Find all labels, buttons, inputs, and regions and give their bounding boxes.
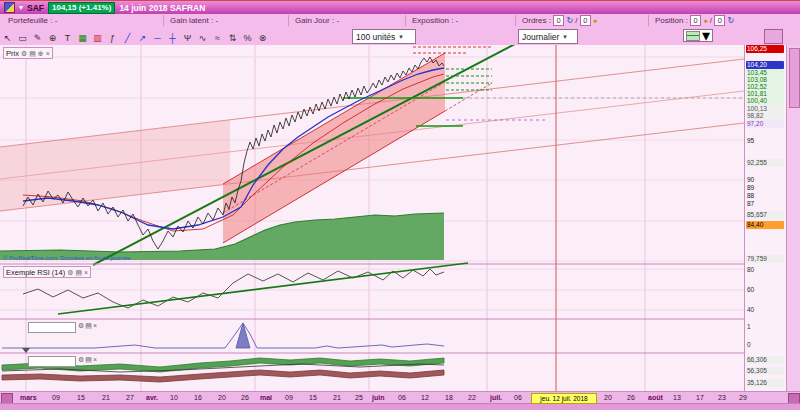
time-axis-label: août — [648, 394, 663, 401]
eraser-tool-icon[interactable]: ▭ — [15, 31, 30, 45]
grid-tool-icon[interactable]: ▦ — [75, 31, 90, 45]
candlestick-tool-icon[interactable]: ▥ — [90, 31, 105, 45]
add-icon[interactable]: ⊕ — [38, 49, 44, 58]
time-axis-label: 06 — [398, 394, 406, 401]
axis-label: 0 — [746, 341, 784, 349]
portfolio-value: - — [55, 16, 58, 25]
percent-tool-icon[interactable]: % — [240, 31, 255, 45]
gain-latent-group: Gain latent : - — [170, 15, 218, 26]
text-tool-icon[interactable]: T — [60, 31, 75, 45]
axis-label: 79,759 — [746, 255, 784, 263]
time-axis-label: 21 — [333, 394, 341, 401]
axis-label: 88 — [746, 192, 784, 200]
watermark: © ProRealTime.com. Données en fin de jou… — [3, 255, 131, 261]
axis-label: 104,20 — [746, 61, 784, 69]
axis-label: 40 — [746, 306, 784, 314]
indicator3-input[interactable] — [28, 322, 76, 333]
vertical-scrollbar[interactable] — [786, 45, 800, 391]
chart-icon[interactable]: ▤ — [85, 356, 93, 363]
time-axis-label: 26 — [241, 394, 249, 401]
axis-label: 60 — [746, 286, 784, 294]
indicator-tool-icon[interactable]: ƒ — [105, 31, 120, 45]
axis-label: 80 — [746, 266, 784, 274]
marker-down-icon — [22, 348, 30, 353]
slash: / — [575, 16, 577, 25]
close-icon[interactable]: × — [93, 322, 98, 329]
axis-label: 56,305 — [746, 367, 784, 375]
wrench-icon[interactable]: ⚙ — [21, 49, 27, 58]
timeframe-select-value: Journalier — [522, 31, 559, 43]
hline-tool-icon[interactable]: ─ — [150, 31, 165, 45]
zoom-tool-icon[interactable]: ⊕ — [45, 31, 60, 45]
time-axis-label: 21 — [102, 394, 110, 401]
time-axis-label: 22 — [468, 394, 476, 401]
close-icon[interactable]: × — [46, 49, 50, 58]
time-axis-label: 29 — [739, 394, 747, 401]
units-select[interactable]: 100 unités ▾ — [352, 29, 416, 44]
cursor-tool-icon[interactable]: ↖ — [0, 31, 15, 45]
axis-label: 106,25 — [746, 45, 784, 53]
refresh-icon[interactable]: ↻ — [566, 16, 573, 25]
app-icon — [4, 2, 15, 13]
axis-label: 89 — [746, 184, 784, 192]
close-icon[interactable]: × — [93, 356, 98, 363]
time-axis-label: mars — [20, 394, 37, 401]
rsi-panel-title: Exemple RSI (14) — [6, 268, 65, 277]
chevron-down-icon: ▾ — [399, 31, 403, 43]
delete-tool-icon[interactable]: ⊗ — [255, 31, 270, 45]
coin-icon: ● — [593, 17, 597, 24]
layout-button[interactable] — [764, 29, 783, 44]
axis-label: 95 — [746, 137, 784, 145]
ordres-label: Ordres : — [522, 16, 551, 25]
pitchfork-tool-icon[interactable]: Ψ — [180, 31, 195, 45]
axis-label: 85,657 — [746, 211, 784, 219]
axis-label: 100,40 — [746, 97, 784, 105]
wrench-icon[interactable]: ⚙ — [67, 268, 73, 277]
indicator3-header-icons[interactable]: ⚙▤× — [78, 322, 98, 330]
timeframe-select[interactable]: Journalier ▾ — [518, 29, 578, 44]
chart-style-button[interactable]: ▾ — [683, 29, 713, 42]
time-axis-label: 09 — [285, 394, 293, 401]
time-axis-label: 16 — [194, 394, 202, 401]
time-axis[interactable]: mars09152127avr.10162026mai09152125juin0… — [0, 391, 800, 403]
scrollbar-thumb[interactable] — [789, 48, 800, 108]
ray-tool-icon[interactable]: ↗ — [135, 31, 150, 45]
chevron-down-icon: ▾ — [563, 31, 567, 43]
chart-toolbar: ↖▭✎⊕T▦▥ƒ╱↗─┼Ψ∿≈⇅%⊗ 100 unités ▾ Journali… — [0, 27, 800, 46]
divider — [163, 15, 164, 26]
time-axis-label: 15 — [77, 394, 85, 401]
exposition-label: Exposition : — [412, 16, 453, 25]
chart-icon[interactable]: ▤ — [29, 49, 36, 58]
refresh-icon[interactable]: ↻ — [728, 16, 735, 25]
time-axis-label: juin — [372, 394, 384, 401]
trendline-tool-icon[interactable]: ╱ — [120, 31, 135, 45]
symbol-label[interactable]: SAF — [27, 3, 44, 13]
wave-tool-icon[interactable]: ≈ — [210, 31, 225, 45]
portfolio-label: Portefeuille : — [8, 16, 52, 25]
price-change-badge: 104,15 (+1.41%) — [48, 2, 115, 14]
compare-tool-icon[interactable]: ⇅ — [225, 31, 240, 45]
time-axis-label: 13 — [673, 394, 681, 401]
axis-label: 66,306 — [746, 356, 784, 364]
pencil-tool-icon[interactable]: ✎ — [30, 31, 45, 45]
indicator3-spike — [236, 323, 250, 348]
axis-label: 98,82 — [746, 112, 784, 120]
price-axis[interactable]: 106,25104,20103,45103,08102,52101,81100,… — [744, 45, 786, 391]
axis-label: 97,20 — [746, 120, 784, 128]
symbol-dropdown-caret-icon[interactable]: ▾ — [19, 3, 23, 13]
indicator4-header-icons[interactable]: ⚙▤× — [78, 356, 98, 364]
cross-tool-icon[interactable]: ┼ — [165, 31, 180, 45]
position-group: Position : 0 ● / 0 ↻ — [655, 15, 734, 26]
coin-icon: ● — [703, 17, 707, 24]
axis-label: 84,40 — [746, 221, 784, 229]
chart-region: Prix ⚙ ▤ ⊕ × © ProRealTime.com. Données … — [0, 45, 800, 391]
chart-icon[interactable]: ▤ — [75, 268, 82, 277]
close-icon[interactable]: × — [84, 268, 88, 277]
time-axis-label: 20 — [218, 394, 226, 401]
indicator4-input[interactable] — [28, 356, 76, 367]
divider — [648, 15, 649, 26]
plot-area[interactable]: Prix ⚙ ▤ ⊕ × © ProRealTime.com. Données … — [0, 45, 744, 391]
chart-icon[interactable]: ▤ — [85, 322, 93, 329]
rsi-trendline[interactable] — [58, 263, 468, 314]
zigzag-tool-icon[interactable]: ∿ — [195, 31, 210, 45]
